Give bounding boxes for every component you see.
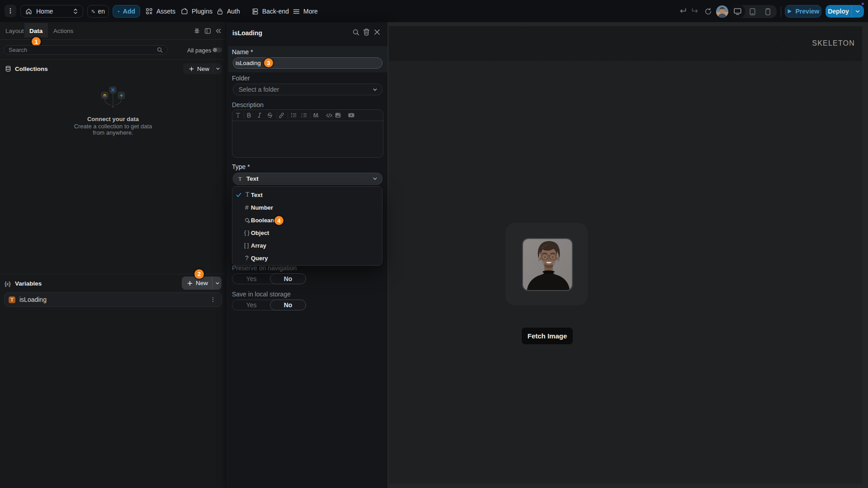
svg-text:2: 2 <box>301 115 302 118</box>
svg-text:1: 1 <box>301 113 302 115</box>
